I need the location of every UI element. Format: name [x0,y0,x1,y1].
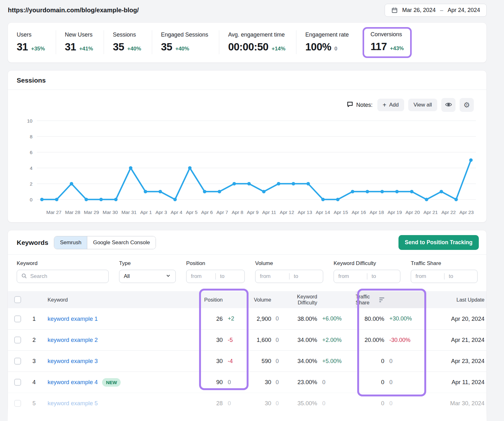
keyword-difficulty-cell: 38.00%+6.00% [289,315,356,322]
x-axis-tick-label: Mar 31 [121,210,136,215]
sessions-chart-area: 1086420 Mar 27Mar 28Mar 29Mar 30Mar 31Ap… [8,113,486,222]
traffic-share-cell: 80.00%+30.00% [356,315,427,322]
position-cell: 280 [201,400,245,407]
table-row: 1 keyword example 1 26+2 2,9000 38.00%+6… [8,308,486,329]
x-axis-tick-label: Mar 30 [103,210,118,215]
metric-label: Engaged Sessions [161,32,208,38]
x-axis-tick-label: Mar 28 [65,210,80,215]
send-to-position-tracking-button[interactable]: Send to Position Tracking [398,235,479,250]
position-cell: 30-4 [201,358,245,365]
plus-icon: + [383,103,387,107]
svg-text:8: 8 [30,134,32,139]
traffic-share-from-input[interactable] [411,273,444,280]
svg-text:10: 10 [27,118,33,124]
keyword-link[interactable]: keyword example 2 [48,337,98,343]
select-all-checkbox[interactable] [14,296,21,303]
x-axis-tick-label: Apr 8 [232,210,243,215]
date-range-separator: – [440,7,443,14]
sessions-card: Sessions Notes: + Add View all [8,70,487,222]
traffic-share-cell: 00 [356,358,427,365]
traffic-share-to-input[interactable] [444,273,478,280]
filter-position: Position [186,260,245,283]
difficulty-to-input[interactable] [367,273,400,280]
x-axis-tick-label: Apr 9 [247,210,259,215]
metric-delta: +41% [79,46,93,52]
metric-value: 35 [161,41,172,53]
type-select[interactable]: All [119,270,176,283]
keyword-difficulty-cell: 34.00%+5.00% [289,358,356,365]
row-checkbox[interactable] [14,400,21,407]
svg-text:2: 2 [30,181,32,187]
position-cell: 30-5 [201,337,245,343]
table-row: 3 keyword example 3 30-4 5900 34.00%+5.0… [8,350,486,372]
x-axis-tick-label: Apr 22 [441,210,456,215]
volume-cell: 300 [245,379,289,386]
last-update-cell: Apr 20, 2024 [427,315,486,322]
svg-text:0: 0 [30,197,32,202]
table-body: 1 keyword example 1 26+2 2,9000 38.00%+6… [8,308,486,414]
metric: Users 31 +35% [8,30,56,54]
filter-type: Type All [119,260,176,283]
metric-delta: 0 [335,46,337,52]
tab-google-search-console[interactable]: Google Search Console [87,236,156,249]
search-icon [21,273,27,280]
table-row: 2 keyword example 2 30-5 1,6000 34.00%+2… [8,329,486,350]
metric-value: 100% [305,41,331,53]
metric: Avg. engagement time 00:00:50 +14% [219,30,296,54]
x-axis-tick-label: Apr 7 [216,210,228,215]
row-index: 3 [26,358,44,365]
last-update-cell: Apr 11, 2024 [427,379,486,386]
notes-toolbar: Notes: + Add View all ⚙ [8,90,486,113]
traffic-share-cell: 00 [356,379,427,386]
chart-x-axis-labels: Mar 27Mar 28Mar 29Mar 30Mar 31Apr 1Apr 3… [46,210,474,215]
column-header-traffic-share[interactable]: Traffic Share [356,291,427,308]
keyword-link[interactable]: keyword example 1 [48,315,98,322]
table-row: 5 keyword example 5 280 300 35.00%0 00 M… [8,393,486,414]
last-update-cell: Mar 30, 2024 [427,400,486,407]
keyword-link[interactable]: keyword example 4 [48,379,98,386]
row-checkbox[interactable] [14,379,21,386]
add-note-button[interactable]: + Add [377,99,404,111]
metric-label: Engagement rate [305,32,349,38]
metric-delta: +40% [175,46,189,52]
row-checkbox[interactable] [14,315,21,322]
date-range-picker[interactable]: Mar 26, 2024 – Apr 24, 2024 [385,4,487,17]
keyword-link[interactable]: keyword example 3 [48,358,98,365]
page-url-title: https://yourdomain.com/blog/example-blog… [8,7,139,14]
x-axis-tick-label: Apr 20 [405,210,420,215]
x-axis-tick-label: Apr 23 [459,210,474,215]
row-checkbox[interactable] [14,337,21,343]
keywords-source-tabs: Semrush Google Search Console [54,236,156,249]
row-checkbox[interactable] [14,358,21,365]
sessions-title: Sessions [8,71,486,90]
date-range-start: Mar 26, 2024 [402,7,436,14]
keyword-search-input[interactable] [30,273,104,280]
table-row: 4 keyword example 4 NEW 900 300 23.00%0 … [8,372,486,393]
volume-to-input[interactable] [289,273,323,280]
keyword-difficulty-cell: 23.00%0 [289,379,356,386]
difficulty-from-input[interactable] [334,273,367,280]
tab-semrush[interactable]: Semrush [54,236,87,249]
metric: Sessions 35 +40% [104,30,152,54]
volume-cell: 2,9000 [245,315,289,322]
sessions-line-chart: 1086420 [17,116,478,207]
page: https://yourdomain.com/blog/example-blog… [0,0,504,421]
column-header-volume: Volume [245,297,289,303]
metric: Conversions 117 +43% [363,27,412,58]
position-from-input[interactable] [186,273,215,280]
x-axis-tick-label: Apr 15 [334,210,348,215]
view-all-notes-button[interactable]: View all [408,99,437,111]
keyword-link[interactable]: keyword example 5 [48,400,98,407]
traffic-share-cell: 20.00%-30.00% [356,337,427,343]
position-cell: 900 [201,379,245,386]
row-index: 5 [26,400,44,407]
position-to-input[interactable] [216,273,245,280]
x-axis-tick-label: Apr 3 [155,210,167,215]
table-header-row: Keyword Position Volume Keyword Difficul… [8,291,486,308]
toggle-visibility-button[interactable] [441,98,455,112]
x-axis-tick-label: Apr 6 [201,210,213,215]
keywords-card: Keywords Semrush Google Search Console S… [8,230,487,421]
chart-settings-button[interactable]: ⚙ [460,98,474,112]
metric-value: 00:00:50 [228,41,268,53]
volume-from-input[interactable] [255,273,289,280]
